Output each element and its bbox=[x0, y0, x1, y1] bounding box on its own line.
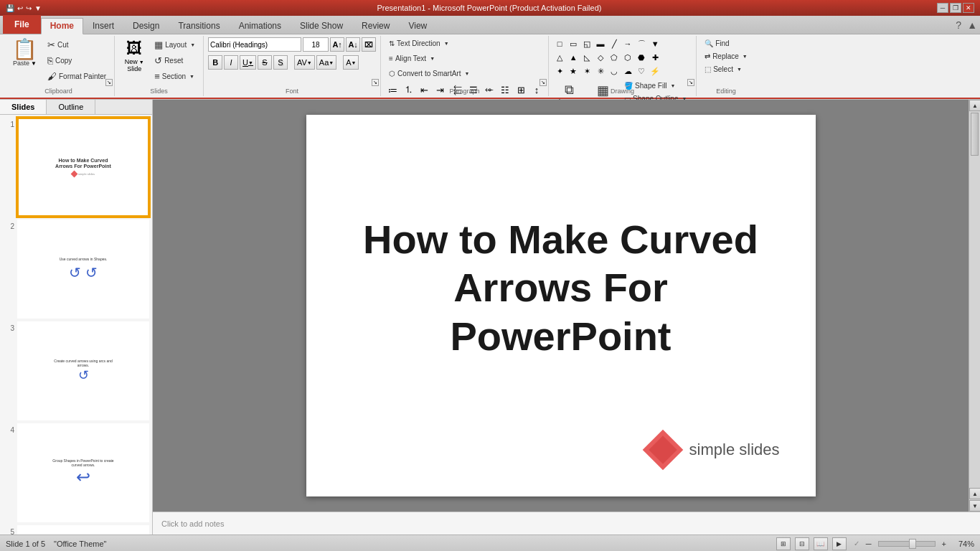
new-slide-dropdown[interactable]: ▼ bbox=[139, 60, 144, 65]
shape-star5[interactable]: ★ bbox=[567, 65, 580, 77]
clipboard-expand-btn[interactable]: ↘ bbox=[105, 79, 113, 86]
slide-preview-4[interactable]: Group Shapes in PowerPoint to createcurv… bbox=[17, 423, 149, 522]
change-case-btn[interactable]: Aa▼ bbox=[316, 55, 336, 70]
redo-icon[interactable]: ↪ bbox=[26, 4, 32, 12]
main-slide[interactable]: How to Make Curved Arrows For PowerPoint… bbox=[306, 115, 816, 496]
scroll-track[interactable] bbox=[969, 111, 980, 488]
zoom-minus-btn[interactable]: ─ bbox=[864, 540, 874, 548]
copy-button[interactable]: ⎘ Copy bbox=[44, 53, 110, 68]
tab-file[interactable]: File bbox=[3, 15, 41, 34]
shape-rect2[interactable]: ▬ bbox=[594, 37, 607, 50]
shape-arc[interactable]: ◡ bbox=[608, 65, 621, 77]
tab-animations[interactable]: Animations bbox=[230, 18, 291, 34]
scroll-up2-btn[interactable]: ▲ bbox=[969, 488, 980, 499]
slides-tab[interactable]: Slides bbox=[0, 100, 47, 114]
scroll-up-btn[interactable]: ▲ bbox=[969, 100, 980, 111]
shape-more[interactable]: ▼ bbox=[649, 37, 661, 50]
slide-thumb-4[interactable]: 4 Group Shapes in PowerPoint to createcu… bbox=[3, 423, 149, 522]
tab-transitions[interactable]: Transitions bbox=[169, 18, 229, 34]
layout-button[interactable]: ▦ Layout ▼ bbox=[151, 37, 199, 52]
slide-preview-3[interactable]: Create curved arrows using arcs andarrow… bbox=[17, 321, 149, 420]
convert-smartart-button[interactable]: ⬡ Convert to SmartArt ▼ bbox=[385, 67, 473, 80]
drawing-expand-btn[interactable]: ↘ bbox=[687, 79, 694, 86]
shape-snip[interactable]: ◱ bbox=[580, 37, 593, 50]
save-icon[interactable]: 💾 bbox=[6, 4, 14, 12]
shape-star4[interactable]: ✦ bbox=[553, 65, 566, 77]
find-button[interactable]: 🔍 Find bbox=[701, 37, 751, 50]
font-color-btn[interactable]: A ▼ bbox=[343, 55, 359, 70]
shape-star6[interactable]: ✶ bbox=[580, 65, 593, 77]
shape-arrow[interactable]: → bbox=[621, 37, 634, 50]
shape-line[interactable]: ╱ bbox=[608, 37, 621, 50]
text-shadow-button[interactable]: S bbox=[273, 55, 288, 70]
slide-preview-5[interactable]: Use SmartArt Graphics in PowerPoint bbox=[17, 525, 149, 534]
shape-hex[interactable]: ⬡ bbox=[621, 51, 634, 64]
shape-heart[interactable]: ♡ bbox=[635, 65, 648, 77]
font-name-input[interactable] bbox=[208, 37, 301, 52]
zoom-plus-btn[interactable]: + bbox=[940, 540, 948, 548]
clear-format-btn[interactable]: ⌧ bbox=[362, 37, 376, 52]
shape-rect[interactable]: □ bbox=[553, 37, 566, 50]
shape-curve[interactable]: ⌒ bbox=[635, 37, 648, 50]
close-btn[interactable]: ✕ bbox=[963, 3, 974, 13]
select-button[interactable]: ⬚ Select ▼ bbox=[701, 63, 751, 75]
right-scrollbar[interactable]: ▲ ▲ ▼ bbox=[969, 100, 980, 512]
notes-area[interactable]: Click to add notes bbox=[153, 512, 980, 534]
slide-preview-2[interactable]: Use curved arrows in Shapes. ↺ ↺ bbox=[17, 220, 149, 319]
paste-button[interactable]: 📋 Paste ▼ bbox=[7, 37, 42, 69]
shape-star8[interactable]: ✳ bbox=[594, 65, 607, 77]
shape-cloud[interactable]: ☁ bbox=[621, 65, 634, 77]
restore-btn[interactable]: ❒ bbox=[950, 3, 961, 13]
shape-cross[interactable]: ✚ bbox=[649, 51, 661, 64]
bold-button[interactable]: B bbox=[208, 55, 222, 70]
undo-icon[interactable]: ↩ bbox=[17, 4, 23, 12]
slide-thumb-3[interactable]: 3 Create curved arrows using arcs andarr… bbox=[3, 321, 149, 420]
cut-button[interactable]: ✂ Cut bbox=[44, 37, 110, 52]
zoom-slider[interactable] bbox=[878, 541, 936, 547]
shape-rounded-rect[interactable]: ▭ bbox=[567, 37, 580, 50]
paragraph-expand-btn[interactable]: ↘ bbox=[540, 79, 547, 86]
char-spacing-btn[interactable]: AV▼ bbox=[294, 55, 315, 70]
slide-container[interactable]: How to Make Curved Arrows For PowerPoint… bbox=[153, 100, 969, 512]
quick-access-toolbar[interactable]: 💾 ↩ ↪ ▼ bbox=[6, 4, 42, 12]
zoom-level[interactable]: 74% bbox=[953, 540, 974, 548]
slides-list[interactable]: 1 How to Make CurvedArrows For PowerPoin… bbox=[0, 115, 152, 534]
paste-dropdown-arrow[interactable]: ▼ bbox=[31, 60, 37, 67]
customize-icon[interactable]: ▼ bbox=[34, 4, 42, 12]
shape-rt[interactable]: ◺ bbox=[580, 51, 593, 64]
shape-isoc[interactable]: ▲ bbox=[567, 51, 580, 64]
tab-insert[interactable]: Insert bbox=[83, 18, 123, 34]
slide-thumb-1[interactable]: 1 How to Make CurvedArrows For PowerPoin… bbox=[3, 118, 149, 217]
format-painter-button[interactable]: 🖌 Format Painter bbox=[44, 69, 110, 84]
shape-diamond[interactable]: ◇ bbox=[594, 51, 607, 64]
tab-home[interactable]: Home bbox=[41, 18, 83, 34]
help-icon[interactable]: ? bbox=[953, 17, 964, 34]
shape-lightning[interactable]: ⚡ bbox=[649, 65, 661, 77]
tab-slideshow[interactable]: Slide Show bbox=[291, 18, 352, 34]
reset-button[interactable]: ↺ Reset bbox=[151, 53, 199, 68]
window-controls[interactable]: ─ ❒ ✕ bbox=[937, 3, 974, 13]
normal-view-btn[interactable]: ⊞ bbox=[776, 537, 791, 550]
tab-review[interactable]: Review bbox=[352, 18, 399, 34]
font-size-increase-btn[interactable]: A↑ bbox=[330, 37, 344, 52]
slide-preview-1[interactable]: How to Make CurvedArrows For PowerPoint … bbox=[17, 118, 149, 217]
zoom-thumb[interactable] bbox=[909, 539, 916, 549]
scroll-thumb[interactable] bbox=[971, 113, 979, 156]
text-direction-button[interactable]: ⇅ Text Direction ▼ bbox=[385, 37, 453, 50]
tab-view[interactable]: View bbox=[399, 18, 436, 34]
reading-view-btn[interactable]: 📖 bbox=[814, 537, 828, 550]
font-size-input[interactable] bbox=[303, 37, 329, 52]
font-size-decrease-btn[interactable]: A↓ bbox=[346, 37, 360, 52]
tab-design[interactable]: Design bbox=[123, 18, 169, 34]
section-button[interactable]: ≡ Section ▼ bbox=[151, 69, 199, 84]
outline-tab[interactable]: Outline bbox=[47, 100, 95, 114]
underline-button[interactable]: U▼ bbox=[240, 55, 256, 70]
shape-oct[interactable]: ⬣ bbox=[635, 51, 648, 64]
shape-tri[interactable]: △ bbox=[553, 51, 566, 64]
shape-pent[interactable]: ⬠ bbox=[608, 51, 621, 64]
ribbon-minimize-icon[interactable]: ▲ bbox=[964, 17, 980, 34]
slide-thumb-5[interactable]: 5 Use SmartArt Graphics in PowerPoint bbox=[3, 525, 149, 534]
align-text-button[interactable]: ≡ Align Text ▼ bbox=[385, 52, 438, 65]
minimize-btn[interactable]: ─ bbox=[937, 3, 948, 13]
strikethrough-button[interactable]: S bbox=[258, 55, 272, 70]
